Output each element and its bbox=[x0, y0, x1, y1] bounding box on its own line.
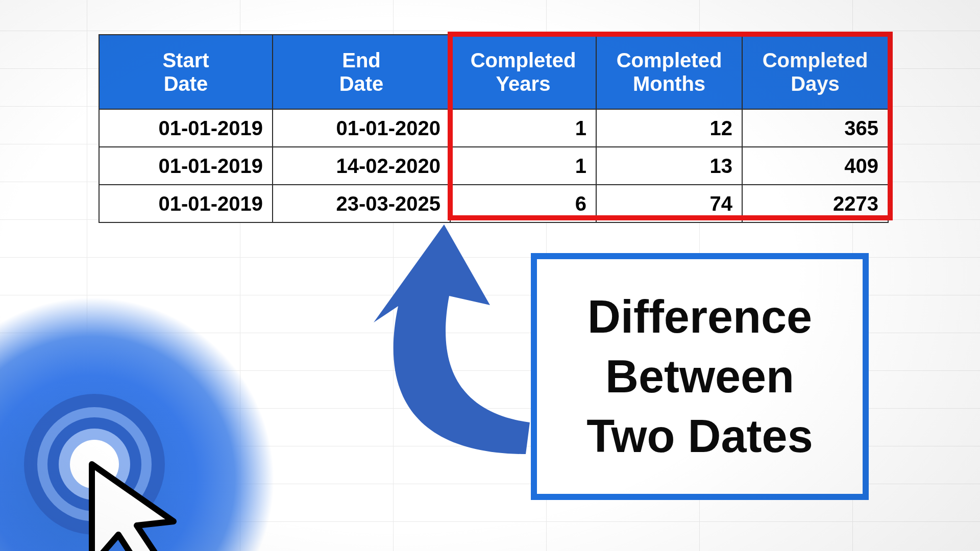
cell-years[interactable]: 1 bbox=[450, 109, 596, 147]
cell-days[interactable]: 2273 bbox=[742, 185, 888, 222]
cell-months[interactable]: 13 bbox=[596, 147, 742, 185]
table-row[interactable]: 01-01-2019 14-02-2020 1 13 409 bbox=[99, 147, 888, 185]
cell-start-date[interactable]: 01-01-2019 bbox=[99, 147, 273, 185]
cell-days[interactable]: 409 bbox=[742, 147, 888, 185]
header-start-date: StartDate bbox=[99, 35, 273, 109]
date-diff-table: StartDate EndDate CompletedYears Complet… bbox=[99, 34, 889, 223]
table-header-row: StartDate EndDate CompletedYears Complet… bbox=[99, 35, 888, 109]
header-completed-years: CompletedYears bbox=[450, 35, 596, 109]
cell-years[interactable]: 6 bbox=[450, 185, 596, 222]
header-end-date: EndDate bbox=[273, 35, 450, 109]
cell-start-date[interactable]: 01-01-2019 bbox=[99, 185, 273, 222]
cell-start-date[interactable]: 01-01-2019 bbox=[99, 109, 273, 147]
table-row[interactable]: 01-01-2019 23-03-2025 6 74 2273 bbox=[99, 185, 888, 222]
cell-months[interactable]: 74 bbox=[596, 185, 742, 222]
cell-years[interactable]: 1 bbox=[450, 147, 596, 185]
cell-months[interactable]: 12 bbox=[596, 109, 742, 147]
header-completed-days: CompletedDays bbox=[742, 35, 888, 109]
arrow-icon bbox=[368, 219, 541, 464]
table-row[interactable]: 01-01-2019 01-01-2020 1 12 365 bbox=[99, 109, 888, 147]
click-logo-icon bbox=[20, 388, 184, 551]
callout-text: Difference Between Two Dates bbox=[586, 287, 813, 466]
cell-end-date[interactable]: 14-02-2020 bbox=[273, 147, 450, 185]
header-completed-months: CompletedMonths bbox=[596, 35, 742, 109]
cell-end-date[interactable]: 23-03-2025 bbox=[273, 185, 450, 222]
cell-days[interactable]: 365 bbox=[742, 109, 888, 147]
callout-box: Difference Between Two Dates bbox=[531, 253, 869, 500]
cell-end-date[interactable]: 01-01-2020 bbox=[273, 109, 450, 147]
